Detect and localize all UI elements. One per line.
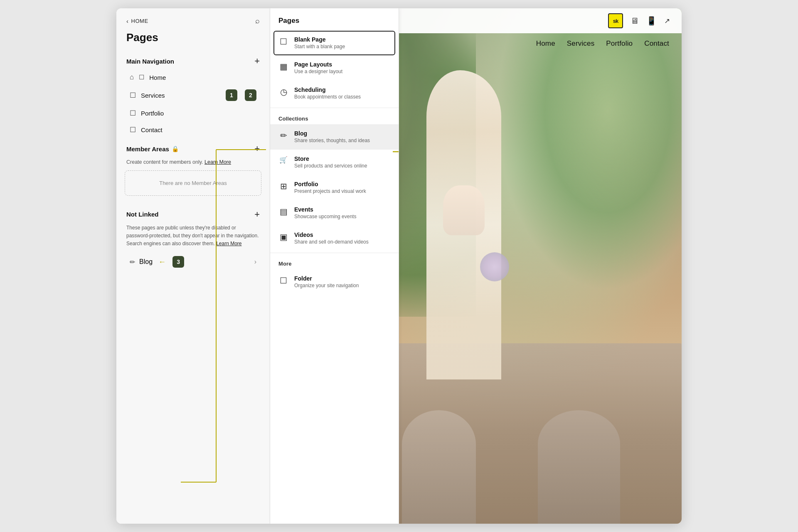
blog-label: Blog bbox=[294, 130, 370, 137]
sk-logo: sk bbox=[608, 13, 623, 28]
dropdown-item-scheduling[interactable]: ◷ Scheduling Book appointments or classe… bbox=[270, 81, 399, 106]
not-linked-learn-more-link[interactable]: Learn More bbox=[216, 241, 241, 246]
member-empty-box: There are no Member Areas bbox=[125, 170, 261, 196]
divider-more bbox=[270, 253, 399, 253]
not-linked-item-left: ✏ Blog ← 3 bbox=[130, 256, 184, 268]
dropdown-item-blog[interactable]: ✏ Blog Share stories, thoughts, and idea… bbox=[270, 124, 399, 150]
not-linked-header: Not Linked + bbox=[116, 204, 270, 222]
videos-text: Videos Share and sell on-demand videos bbox=[294, 231, 369, 246]
main-container: ‹ HOME ⌕ Pages Main Navigation + ⌂ ☐ Hom… bbox=[116, 8, 682, 524]
tree-right bbox=[497, 33, 682, 291]
page-layouts-label: Page Layouts bbox=[294, 61, 342, 68]
divider-collections bbox=[270, 108, 399, 108]
stone-arch-2 bbox=[402, 410, 476, 524]
blank-page-desc: Start with a blank page bbox=[294, 43, 345, 50]
not-linked-desc: These pages are public unless they're di… bbox=[116, 222, 270, 252]
store-label: Store bbox=[294, 155, 367, 163]
nav-item-services[interactable]: ☐ Services 1 2 bbox=[120, 86, 266, 105]
scheduling-desc: Book appointments or classes bbox=[294, 94, 361, 101]
not-linked-item-blog[interactable]: ✏ Blog ← 3 › bbox=[120, 252, 266, 271]
events-icon: ▤ bbox=[278, 207, 288, 217]
main-nav-add-button[interactable]: + bbox=[254, 57, 260, 66]
member-empty-text: There are no Member Areas bbox=[159, 180, 227, 186]
nav-label-home: Home bbox=[149, 74, 166, 81]
store-text: Store Sell products and services online bbox=[294, 155, 367, 170]
chevron-right-icon: › bbox=[254, 258, 256, 266]
scheduling-text: Scheduling Book appointments or classes bbox=[294, 86, 361, 101]
back-label: HOME bbox=[131, 18, 148, 24]
sidebar: ‹ HOME ⌕ Pages Main Navigation + ⌂ ☐ Hom… bbox=[116, 8, 270, 524]
dropdown-item-folder[interactable]: ☐ Folder Organize your site navigation bbox=[270, 269, 399, 295]
not-linked-add-button[interactable]: + bbox=[254, 210, 260, 219]
dropdown-panel-title: Pages bbox=[270, 8, 399, 30]
bride-torso bbox=[443, 185, 485, 235]
preview-nav: Home Services Portfolio Contact bbox=[536, 39, 669, 48]
portfolio-desc: Present projects and visual work bbox=[294, 188, 366, 195]
external-link-icon[interactable]: ↗ bbox=[664, 17, 670, 25]
preview-nav-home: Home bbox=[536, 39, 555, 48]
scheduling-label: Scheduling bbox=[294, 86, 361, 94]
mobile-icon[interactable]: 📱 bbox=[646, 16, 657, 26]
blank-page-icon: ☐ bbox=[278, 37, 288, 47]
videos-label: Videos bbox=[294, 231, 369, 239]
nav-item-home[interactable]: ⌂ ☐ Home bbox=[120, 69, 266, 85]
member-areas-section: Member Areas 🔒 + Create content for memb… bbox=[116, 138, 270, 204]
main-nav-title: Main Navigation bbox=[126, 58, 174, 65]
blank-page-label: Blank Page bbox=[294, 36, 345, 43]
annotation-badge-3: 3 bbox=[172, 256, 184, 268]
videos-desc: Share and sell on-demand videos bbox=[294, 239, 369, 246]
stone-arch-3 bbox=[538, 410, 620, 524]
member-areas-add-button[interactable]: + bbox=[254, 144, 260, 153]
page-icon-contact: ☐ bbox=[130, 126, 136, 134]
member-areas-header: Member Areas 🔒 + bbox=[116, 138, 270, 157]
member-learn-more-link[interactable]: Learn More bbox=[204, 159, 231, 165]
folder-text: Folder Organize your site navigation bbox=[294, 275, 359, 289]
store-icon: 🛒 bbox=[278, 156, 288, 164]
portfolio-label: Portfolio bbox=[294, 180, 366, 188]
desktop-icon[interactable]: 🖥 bbox=[631, 16, 639, 26]
dropdown-item-portfolio[interactable]: ⊞ Portfolio Present projects and visual … bbox=[270, 175, 399, 200]
blog-icon: ✏ bbox=[278, 131, 288, 140]
home-icon: ⌂ bbox=[130, 73, 134, 81]
page-layouts-desc: Use a designer layout bbox=[294, 68, 342, 75]
sidebar-title: Pages bbox=[116, 29, 270, 51]
collections-section-title: Collections bbox=[270, 110, 399, 124]
folder-icon: ☐ bbox=[278, 276, 288, 286]
arrow-left-icon: ← bbox=[158, 258, 166, 266]
dropdown-item-blank-page[interactable]: ☐ Blank Page Start with a blank page bbox=[273, 31, 395, 55]
page-layouts-icon: ▦ bbox=[278, 62, 288, 71]
back-button[interactable]: ‹ HOME bbox=[126, 17, 148, 25]
portfolio-icon: ⊞ bbox=[278, 181, 288, 191]
portfolio-text: Portfolio Present projects and visual wo… bbox=[294, 180, 366, 195]
preview-nav-portfolio: Portfolio bbox=[606, 39, 633, 48]
annotation-badge-2: 2 bbox=[245, 89, 256, 101]
nav-item-portfolio[interactable]: ☐ Portfolio bbox=[120, 105, 266, 121]
events-desc: Showcase upcoming events bbox=[294, 213, 356, 220]
preview-nav-services: Services bbox=[567, 39, 595, 48]
dropdown-item-store[interactable]: 🛒 Store Sell products and services onlin… bbox=[270, 150, 399, 175]
member-areas-desc: Create content for members only. Learn M… bbox=[116, 157, 270, 170]
member-areas-title: Member Areas bbox=[126, 145, 169, 153]
dropdown-item-page-layouts[interactable]: ▦ Page Layouts Use a designer layout bbox=[270, 55, 399, 81]
member-areas-title-group: Member Areas 🔒 bbox=[126, 145, 179, 153]
dropdown-item-events[interactable]: ▤ Events Showcase upcoming events bbox=[270, 200, 399, 226]
dropdown-item-videos[interactable]: ▣ Videos Share and sell on-demand videos bbox=[270, 226, 399, 251]
bouquet bbox=[480, 252, 509, 281]
blank-page-text: Blank Page Start with a blank page bbox=[294, 36, 345, 50]
more-section-title: More bbox=[270, 255, 399, 269]
nav-item-contact[interactable]: ☐ Contact bbox=[120, 122, 266, 138]
main-nav-header: Main Navigation + bbox=[116, 51, 270, 69]
blog-text: Blog Share stories, thoughts, and ideas bbox=[294, 130, 370, 144]
sidebar-scroll: Main Navigation + ⌂ ☐ Home ☐ Services 1 … bbox=[116, 51, 270, 524]
events-text: Events Showcase upcoming events bbox=[294, 206, 356, 220]
store-desc: Sell products and services online bbox=[294, 163, 367, 170]
annotation-badge-1: 1 bbox=[226, 89, 237, 101]
not-linked-section: Not Linked + These pages are public unle… bbox=[116, 204, 270, 272]
sidebar-header: ‹ HOME ⌕ bbox=[116, 8, 270, 29]
search-icon[interactable]: ⌕ bbox=[255, 17, 260, 25]
lock-icon: 🔒 bbox=[172, 145, 179, 152]
page-layouts-text: Page Layouts Use a designer layout bbox=[294, 61, 342, 75]
folder-desc: Organize your site navigation bbox=[294, 282, 359, 289]
back-chevron-icon: ‹ bbox=[126, 17, 129, 25]
preview-nav-contact: Contact bbox=[644, 39, 669, 48]
